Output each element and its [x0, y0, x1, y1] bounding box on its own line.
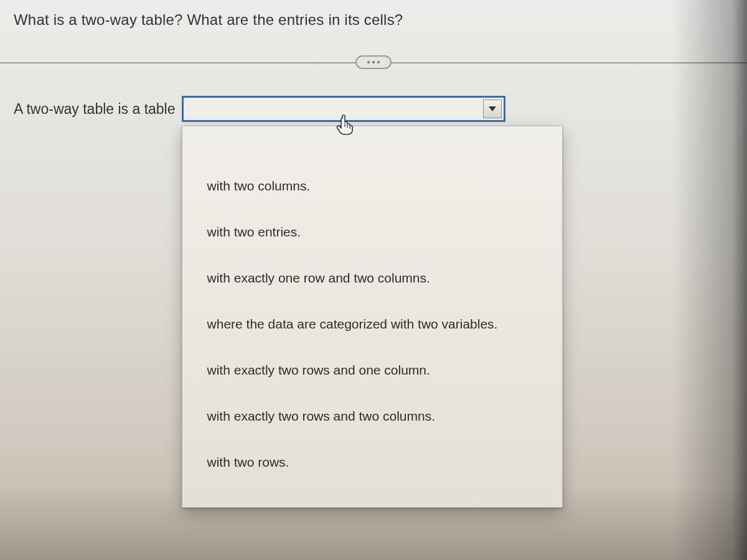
answer-prompt: A two-way table is a table — [14, 101, 176, 118]
dropdown-option[interactable]: with two entries. — [204, 218, 541, 246]
more-icon — [367, 61, 370, 63]
more-icon — [372, 61, 375, 63]
dropdown-panel: with two columns. with two entries. with… — [182, 126, 563, 508]
dropdown-option[interactable]: with two columns. — [204, 172, 541, 200]
answer-dropdown[interactable] — [182, 96, 505, 122]
chevron-down-icon — [488, 106, 497, 112]
dropdown-option[interactable]: with exactly one row and two columns. — [204, 264, 541, 292]
more-icon — [377, 61, 380, 63]
dropdown-option[interactable]: with exactly two rows and two columns. — [204, 403, 541, 430]
dropdown-option[interactable]: with two rows. — [204, 449, 541, 476]
section-divider — [14, 56, 733, 68]
dropdown-option[interactable]: where the data are categorized with two … — [204, 310, 541, 338]
question-text: What is a two-way table? What are the en… — [14, 11, 733, 29]
more-button[interactable] — [355, 55, 392, 69]
dropdown-option[interactable]: with exactly two rows and one column. — [204, 357, 541, 384]
dropdown-toggle-button[interactable] — [483, 100, 502, 118]
svg-marker-0 — [489, 106, 496, 111]
